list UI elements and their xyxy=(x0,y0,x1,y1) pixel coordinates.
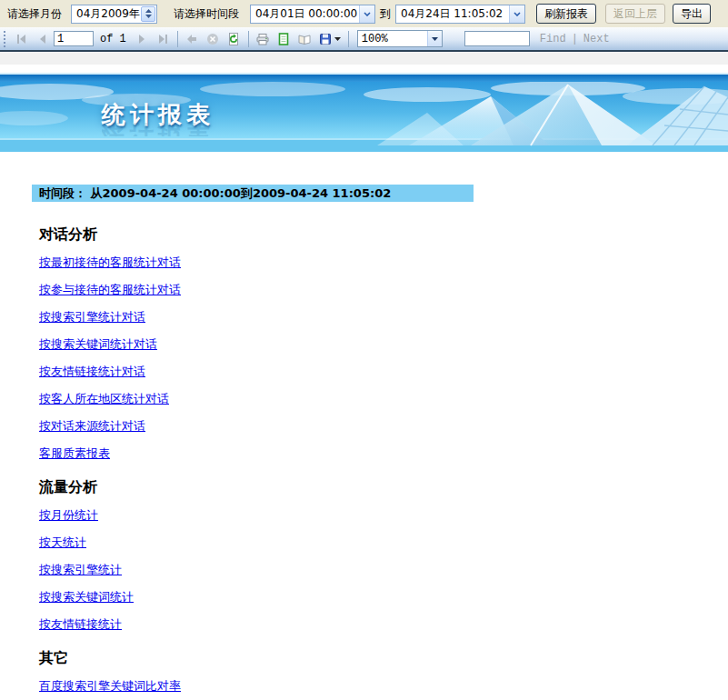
zoom-value: 100% xyxy=(358,33,427,45)
banner-top-bar xyxy=(0,73,728,82)
toolbar-separator xyxy=(248,31,249,47)
last-page-icon xyxy=(155,32,170,46)
refresh-report-button[interactable]: 刷新报表 xyxy=(536,4,596,24)
next-page-button[interactable] xyxy=(133,29,152,48)
toolbar-separator xyxy=(177,31,178,47)
next-link[interactable]: Next xyxy=(583,33,610,45)
toolbar-gap-strip xyxy=(0,52,728,65)
report-link[interactable]: 客服质素报表 xyxy=(39,446,110,460)
find-next-links: Find | Next xyxy=(540,33,610,45)
page-setup-button[interactable] xyxy=(295,29,314,48)
month-picker[interactable]: 04月2009年 xyxy=(71,5,157,24)
toolbar-separator xyxy=(348,31,349,47)
period-start-dropdown-button[interactable] xyxy=(359,5,374,23)
refresh-button[interactable] xyxy=(224,29,244,48)
period-label: 请选择时间段 xyxy=(174,6,239,22)
page-count-label: of 1 xyxy=(100,33,126,45)
period-end-picker[interactable]: 04月24日 11:05:02 xyxy=(395,5,525,24)
prev-page-icon xyxy=(35,32,50,46)
report-link[interactable]: 按搜索引擎统计 xyxy=(39,563,122,576)
chevron-down-icon xyxy=(514,12,521,16)
report-link[interactable]: 按月份统计 xyxy=(39,508,98,522)
stop-icon xyxy=(205,32,220,46)
chevron-down-icon xyxy=(364,12,371,16)
zoom-dropdown-button[interactable] xyxy=(427,31,442,46)
period-start-picker[interactable]: 04月01日 00:00:00 xyxy=(250,5,375,24)
back-arrow-icon xyxy=(184,32,199,46)
report-link[interactable]: 按参与接待的客服统计对话 xyxy=(39,283,181,296)
month-spinner[interactable] xyxy=(141,6,155,22)
month-picker-value: 04月2009年 xyxy=(72,6,140,22)
printer-icon xyxy=(255,32,270,46)
find-next-divider: | xyxy=(572,33,578,45)
toolbar-gap-strip xyxy=(0,65,728,73)
report-link[interactable]: 按对话来源统计对话 xyxy=(39,419,145,433)
month-label: 请选择月份 xyxy=(7,6,62,22)
dropdown-caret-icon xyxy=(334,37,341,41)
section-heading-traffic-analysis: 流量分析 xyxy=(39,478,97,495)
next-page-icon xyxy=(135,32,149,46)
period-end-dropdown-button[interactable] xyxy=(509,5,524,23)
export-button[interactable]: 导出 xyxy=(673,4,711,24)
back-button[interactable] xyxy=(183,29,202,48)
last-page-button[interactable] xyxy=(154,29,173,48)
report-link[interactable]: 按搜索引擎统计对话 xyxy=(39,310,145,324)
section-heading-dialog-analysis: 对话分析 xyxy=(39,225,97,243)
report-link[interactable]: 百度搜索引擎关键词比对率 xyxy=(39,679,181,693)
report-link[interactable]: 按天统计 xyxy=(39,535,86,549)
report-link[interactable]: 按友情链接统计 xyxy=(39,617,122,631)
stop-button[interactable] xyxy=(204,29,223,48)
page-setup-icon xyxy=(297,32,312,46)
spinner-down-icon xyxy=(145,15,152,18)
banner: 统计报表 统计报表 xyxy=(0,82,728,152)
to-label: 到 xyxy=(380,6,391,22)
first-page-button[interactable] xyxy=(12,29,31,48)
chevron-down-icon xyxy=(432,37,438,41)
toolbar-grip[interactable] xyxy=(4,31,7,47)
print-layout-icon xyxy=(276,32,291,46)
report-link[interactable]: 按友情链接统计对话 xyxy=(39,365,145,378)
page-title: 统计报表 xyxy=(102,99,214,131)
filter-toolbar: 请选择月份 04月2009年 请选择时间段 04月01日 00:00:00 到 … xyxy=(0,0,728,27)
save-icon xyxy=(318,32,333,46)
report-viewer-toolbar: of 1 100% Find | Next xyxy=(0,27,728,52)
period-start-value: 04月01日 00:00:00 xyxy=(251,6,359,22)
report-link[interactable]: 按搜索关键词统计 xyxy=(39,590,134,604)
report-link[interactable]: 按客人所在地区统计对话 xyxy=(39,392,169,405)
zoom-select[interactable]: 100% xyxy=(357,30,443,47)
refresh-icon xyxy=(226,32,241,46)
print-layout-button[interactable] xyxy=(274,29,294,48)
prev-page-button[interactable] xyxy=(33,29,52,48)
print-button[interactable] xyxy=(254,29,273,48)
export-menu-button[interactable] xyxy=(316,29,344,48)
first-page-icon xyxy=(15,32,29,46)
page-number-input[interactable] xyxy=(54,31,94,46)
spinner-up-icon xyxy=(145,9,152,13)
back-to-parent-button[interactable]: 返回上层 xyxy=(605,4,665,24)
time-range-bar: 时间段： 从2009-04-24 00:00:00到2009-04-24 11:… xyxy=(32,185,474,202)
search-input[interactable] xyxy=(464,31,530,46)
find-link[interactable]: Find xyxy=(540,33,566,45)
period-end-value: 04月24日 11:05:02 xyxy=(396,6,509,22)
section-heading-other: 其它 xyxy=(39,649,68,666)
report-content: 时间段： 从2009-04-24 00:00:00到2009-04-24 11:… xyxy=(0,152,728,700)
report-link[interactable]: 按最初接待的客服统计对话 xyxy=(39,255,181,269)
report-link[interactable]: 按搜索关键词统计对话 xyxy=(39,337,157,351)
